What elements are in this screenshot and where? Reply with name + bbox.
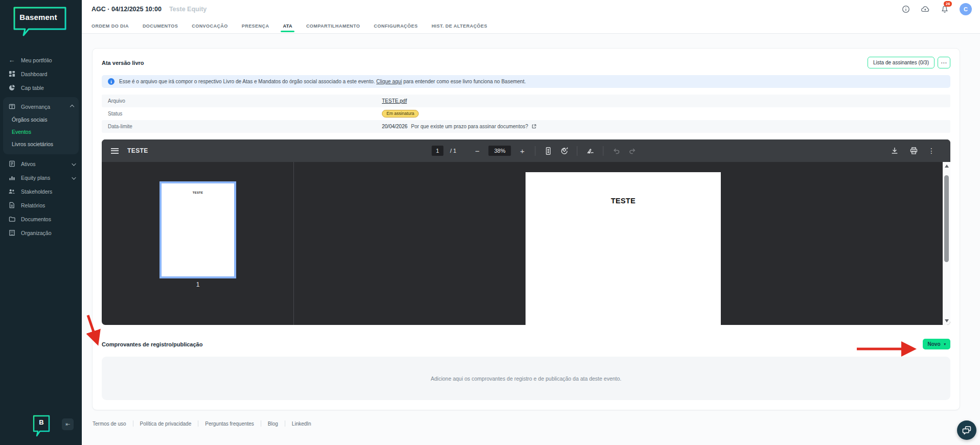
fit-page-icon[interactable] [544, 146, 553, 155]
pdf-page-content: TESTE [526, 197, 721, 205]
main-area: AGC · 04/12/2025 10:00 Teste Equity 26 C… [82, 0, 980, 445]
notifications-bell-icon[interactable]: 26 [940, 5, 949, 14]
row-label: Arquivo [108, 98, 382, 104]
footer-link-blog[interactable]: Blog [268, 421, 278, 427]
sidebar-item-label: Stakeholders [21, 189, 52, 195]
row-label: Status [108, 111, 382, 116]
tab-convocacao[interactable]: CONVOCAÇÃO [192, 18, 228, 33]
footer-divider [261, 420, 261, 427]
print-icon[interactable] [909, 146, 918, 155]
comprovantes-title: Comprovantes de registro/publicação [102, 341, 202, 347]
sidebar-item-ativos[interactable]: Ativos [0, 157, 82, 171]
thumbnail-page-text: TESTE [193, 191, 203, 194]
tab-configuracoes[interactable]: CONFIGURAÇÕES [374, 18, 418, 33]
sidebar-item-livros-societarios[interactable]: Livros societários [3, 138, 79, 150]
sidebar-item-organizacao[interactable]: Organização [0, 226, 82, 240]
more-options-button[interactable]: ⋯ [938, 57, 950, 68]
content-area: Ata versão livro Lista de assinantes (0/… [82, 34, 980, 427]
scroll-up-arrow-icon[interactable] [945, 165, 949, 168]
sidebar-item-equity-plans[interactable]: Equity plans [0, 171, 82, 184]
sidebar-item-relatorios[interactable]: Relatórios [0, 198, 82, 212]
pdf-viewer: TESTE 1 / 1 − 38% + [102, 139, 950, 325]
sidebar-collapse-button[interactable]: ⇤ [62, 418, 74, 430]
pdf-page-input[interactable]: 1 [431, 146, 443, 156]
sidebar-item-meu-portfolio[interactable]: ← Meu portfólio [0, 53, 82, 67]
sidebar-item-cap-table[interactable]: Cap table [0, 81, 82, 95]
comprovantes-empty-state: Adicione aqui os comprovantes de registr… [102, 357, 950, 400]
sidebar-item-governanca[interactable]: Governança [3, 100, 79, 113]
clique-aqui-link[interactable]: Clique aqui [376, 79, 402, 84]
footer-divider [198, 420, 198, 427]
zoom-out-button[interactable]: − [473, 145, 482, 157]
pdf-zoom-level[interactable]: 38% [489, 146, 511, 156]
novo-button[interactable]: Novo ▾ [923, 339, 950, 349]
footer-link-privacidade[interactable]: Política de privacidade [140, 421, 192, 427]
sidebar-item-dashboard[interactable]: Dashboard [0, 67, 82, 81]
equity-plans-icon [8, 174, 15, 181]
pdf-body: TESTE 1 TESTE [102, 162, 950, 325]
pdf-menu-icon[interactable] [111, 148, 119, 154]
zoom-in-button[interactable]: + [518, 145, 527, 157]
footer: Termos de uso Política de privacidade Pe… [92, 410, 960, 427]
topbar: AGC · 04/12/2025 10:00 Teste Equity 26 C [82, 0, 980, 18]
info-banner-icon: i [108, 78, 115, 85]
file-link[interactable]: TESTE.pdf [382, 98, 407, 104]
tab-hist-de-alteracoes[interactable]: HIST. DE ALTERAÇÕES [431, 18, 487, 33]
event-title: AGC · 04/12/2025 10:00 [92, 6, 162, 13]
sidebar-item-orgaos-sociais[interactable]: Órgãos sociais [3, 113, 79, 126]
signers-list-button[interactable]: Lista de assinantes (0/3) [868, 57, 935, 68]
notification-count-badge: 26 [944, 1, 952, 7]
chevron-down-icon [72, 161, 76, 166]
dashboard-icon [8, 71, 15, 78]
basement-mini-logo: B [32, 414, 53, 437]
pdf-thumbnail-page-1[interactable]: TESTE [159, 181, 236, 278]
footer-link-termos[interactable]: Termos de uso [93, 421, 126, 427]
topbar-actions: 26 C [901, 3, 972, 15]
redo-icon[interactable] [628, 146, 637, 155]
info-icon[interactable] [901, 5, 910, 14]
mini-logo-text: B [32, 418, 51, 426]
status-badge: Em assinatura [382, 110, 419, 118]
basement-logo[interactable]: Basement [10, 6, 70, 38]
deadline-date: 20/04/2026 [382, 124, 407, 129]
annotate-pen-icon[interactable] [586, 146, 595, 155]
footer-link-linkedin[interactable]: LinkedIn [292, 421, 311, 427]
footer-link-faq[interactable]: Perguntas frequentes [205, 421, 254, 427]
cloud-sync-icon[interactable] [921, 5, 930, 14]
undo-icon[interactable] [612, 146, 621, 155]
back-arrow-icon: ← [8, 56, 15, 64]
sidebar-item-documentos[interactable]: Documentos [0, 212, 82, 226]
pdf-scrollbar[interactable] [943, 162, 950, 325]
sidebar-item-label: Meu portfólio [21, 57, 52, 63]
scroll-down-arrow-icon[interactable] [945, 319, 949, 322]
chat-support-button[interactable] [957, 420, 976, 440]
download-icon[interactable] [890, 146, 899, 155]
pdf-page-area: TESTE [294, 162, 950, 325]
sidebar-footer: B ⇤ [0, 414, 82, 439]
user-avatar[interactable]: C [960, 3, 972, 15]
pdf-toolbar-center: 1 / 1 − 38% + [431, 139, 636, 162]
banner-text-suffix: para entender como esse livro funciona n… [403, 79, 526, 84]
caret-down-icon: ▾ [944, 342, 946, 346]
tab-documentos[interactable]: DOCUMENTOS [143, 18, 178, 33]
comprovantes-header: Comprovantes de registro/publicação Novo… [102, 339, 950, 349]
footer-divider [285, 420, 285, 427]
tab-ordem-do-dia[interactable]: ORDEM DO DIA [92, 18, 129, 33]
sidebar-item-stakeholders[interactable]: Stakeholders [0, 184, 82, 198]
sidebar-item-eventos[interactable]: Eventos [3, 126, 79, 138]
rotate-icon[interactable] [560, 146, 569, 155]
tab-compartilhamento[interactable]: COMPARTILHAMENTO [306, 18, 360, 33]
pdf-document-title: TESTE [127, 147, 148, 154]
table-row: Status Em assinatura [102, 107, 950, 120]
sidebar: Basement ← Meu portfólio Dashboard Cap t… [0, 0, 82, 445]
thumbnail-page-number: 1 [159, 281, 236, 288]
tab-presenca[interactable]: PRESENÇA [242, 18, 269, 33]
deadline-question-link[interactable]: Por que existe um prazo para assinar doc… [411, 124, 528, 129]
organization-icon [8, 229, 15, 237]
footer-divider [133, 420, 133, 427]
ata-card-header: Ata versão livro Lista de assinantes (0/… [102, 57, 950, 68]
pdf-more-menu-icon[interactable]: ⋮ [928, 147, 935, 155]
external-link-icon[interactable] [532, 124, 536, 129]
scrollbar-thumb[interactable] [944, 175, 949, 262]
tab-ata[interactable]: ATA [283, 18, 292, 33]
